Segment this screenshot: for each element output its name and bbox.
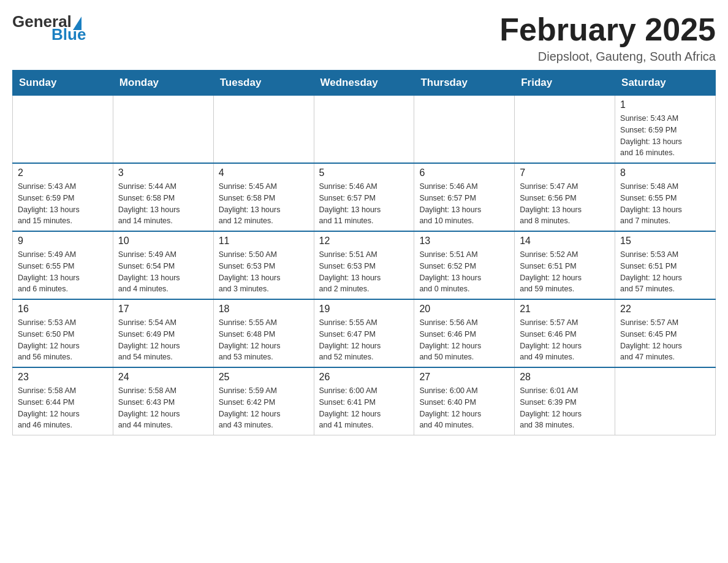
day-info: Sunrise: 5:46 AMSunset: 6:57 PMDaylight:… (419, 181, 509, 227)
logo-blue-text: Blue (50, 25, 86, 44)
day-info: Sunrise: 5:49 AMSunset: 6:54 PMDaylight:… (118, 249, 208, 295)
calendar-cell: 7Sunrise: 5:47 AMSunset: 6:56 PMDaylight… (515, 163, 615, 231)
day-info: Sunrise: 5:51 AMSunset: 6:53 PMDaylight:… (319, 249, 409, 295)
day-number: 19 (319, 304, 409, 315)
calendar-cell: 12Sunrise: 5:51 AMSunset: 6:53 PMDayligh… (314, 231, 414, 299)
calendar-cell: 26Sunrise: 6:00 AMSunset: 6:41 PMDayligh… (314, 367, 414, 435)
month-title: February 2025 (499, 12, 716, 47)
day-number: 23 (18, 372, 108, 383)
day-number: 8 (620, 167, 710, 178)
header-thursday: Thursday (414, 71, 515, 96)
day-number: 28 (520, 372, 610, 383)
calendar-cell: 25Sunrise: 5:59 AMSunset: 6:42 PMDayligh… (213, 367, 314, 435)
calendar-cell: 20Sunrise: 5:56 AMSunset: 6:46 PMDayligh… (414, 299, 515, 367)
day-info: Sunrise: 5:54 AMSunset: 6:49 PMDaylight:… (118, 317, 208, 363)
day-number: 5 (319, 167, 409, 178)
day-number: 2 (18, 167, 108, 178)
calendar-cell: 11Sunrise: 5:50 AMSunset: 6:53 PMDayligh… (213, 231, 314, 299)
day-info: Sunrise: 5:44 AMSunset: 6:58 PMDaylight:… (118, 181, 208, 227)
calendar-header-row: SundayMondayTuesdayWednesdayThursdayFrid… (13, 71, 716, 96)
day-info: Sunrise: 5:43 AMSunset: 6:59 PMDaylight:… (18, 181, 108, 227)
calendar-cell: 4Sunrise: 5:45 AMSunset: 6:58 PMDaylight… (213, 163, 314, 231)
day-info: Sunrise: 6:00 AMSunset: 6:40 PMDaylight:… (419, 385, 509, 431)
header-monday: Monday (113, 71, 213, 96)
day-number: 4 (219, 167, 309, 178)
calendar-cell: 5Sunrise: 5:46 AMSunset: 6:57 PMDaylight… (314, 163, 414, 231)
calendar-cell: 17Sunrise: 5:54 AMSunset: 6:49 PMDayligh… (113, 299, 213, 367)
day-info: Sunrise: 5:51 AMSunset: 6:52 PMDaylight:… (419, 249, 509, 295)
day-number: 9 (18, 236, 108, 247)
day-info: Sunrise: 5:48 AMSunset: 6:55 PMDaylight:… (620, 181, 710, 227)
calendar-cell: 23Sunrise: 5:58 AMSunset: 6:44 PMDayligh… (13, 367, 113, 435)
calendar-cell (314, 96, 414, 164)
calendar-cell: 10Sunrise: 5:49 AMSunset: 6:54 PMDayligh… (113, 231, 213, 299)
calendar-week-row: 9Sunrise: 5:49 AMSunset: 6:55 PMDaylight… (13, 231, 716, 299)
day-info: Sunrise: 5:57 AMSunset: 6:45 PMDaylight:… (620, 317, 710, 363)
calendar-cell: 21Sunrise: 5:57 AMSunset: 6:46 PMDayligh… (515, 299, 615, 367)
day-number: 1 (620, 99, 710, 110)
calendar-week-row: 23Sunrise: 5:58 AMSunset: 6:44 PMDayligh… (13, 367, 716, 435)
header-wednesday: Wednesday (314, 71, 414, 96)
day-number: 20 (419, 304, 509, 315)
calendar-cell: 2Sunrise: 5:43 AMSunset: 6:59 PMDaylight… (13, 163, 113, 231)
day-info: Sunrise: 5:53 AMSunset: 6:50 PMDaylight:… (18, 317, 108, 363)
calendar-week-row: 1Sunrise: 5:43 AMSunset: 6:59 PMDaylight… (13, 96, 716, 164)
day-info: Sunrise: 5:43 AMSunset: 6:59 PMDaylight:… (620, 113, 710, 159)
header-saturday: Saturday (615, 71, 716, 96)
calendar-cell: 13Sunrise: 5:51 AMSunset: 6:52 PMDayligh… (414, 231, 515, 299)
header-sunday: Sunday (13, 71, 113, 96)
calendar-table: SundayMondayTuesdayWednesdayThursdayFrid… (12, 70, 716, 435)
calendar-cell (213, 96, 314, 164)
calendar-cell: 22Sunrise: 5:57 AMSunset: 6:45 PMDayligh… (615, 299, 716, 367)
day-number: 18 (219, 304, 309, 315)
day-number: 26 (319, 372, 409, 383)
header-friday: Friday (515, 71, 615, 96)
calendar-cell: 16Sunrise: 5:53 AMSunset: 6:50 PMDayligh… (13, 299, 113, 367)
day-number: 11 (219, 236, 309, 247)
page-header: General Blue February 2025 Diepsloot, Ga… (12, 12, 716, 64)
calendar-cell (13, 96, 113, 164)
calendar-cell: 28Sunrise: 6:01 AMSunset: 6:39 PMDayligh… (515, 367, 615, 435)
calendar-cell (414, 96, 515, 164)
day-number: 3 (118, 167, 208, 178)
day-number: 12 (319, 236, 409, 247)
calendar-cell: 27Sunrise: 6:00 AMSunset: 6:40 PMDayligh… (414, 367, 515, 435)
day-number: 16 (18, 304, 108, 315)
day-number: 22 (620, 304, 710, 315)
day-info: Sunrise: 5:53 AMSunset: 6:51 PMDaylight:… (620, 249, 710, 295)
calendar-cell: 9Sunrise: 5:49 AMSunset: 6:55 PMDaylight… (13, 231, 113, 299)
calendar-cell (113, 96, 213, 164)
location-text: Diepsloot, Gauteng, South Africa (499, 50, 716, 64)
day-number: 14 (520, 236, 610, 247)
day-number: 24 (118, 372, 208, 383)
day-info: Sunrise: 6:01 AMSunset: 6:39 PMDaylight:… (520, 385, 610, 431)
day-info: Sunrise: 5:58 AMSunset: 6:44 PMDaylight:… (18, 385, 108, 431)
calendar-cell: 24Sunrise: 5:58 AMSunset: 6:43 PMDayligh… (113, 367, 213, 435)
calendar-cell: 1Sunrise: 5:43 AMSunset: 6:59 PMDaylight… (615, 96, 716, 164)
calendar-cell: 3Sunrise: 5:44 AMSunset: 6:58 PMDaylight… (113, 163, 213, 231)
calendar-week-row: 16Sunrise: 5:53 AMSunset: 6:50 PMDayligh… (13, 299, 716, 367)
day-info: Sunrise: 5:55 AMSunset: 6:47 PMDaylight:… (319, 317, 409, 363)
day-info: Sunrise: 5:50 AMSunset: 6:53 PMDaylight:… (219, 249, 309, 295)
day-info: Sunrise: 5:52 AMSunset: 6:51 PMDaylight:… (520, 249, 610, 295)
day-info: Sunrise: 6:00 AMSunset: 6:41 PMDaylight:… (319, 385, 409, 431)
calendar-cell: 6Sunrise: 5:46 AMSunset: 6:57 PMDaylight… (414, 163, 515, 231)
day-info: Sunrise: 5:56 AMSunset: 6:46 PMDaylight:… (419, 317, 509, 363)
day-info: Sunrise: 5:58 AMSunset: 6:43 PMDaylight:… (118, 385, 208, 431)
calendar-cell: 19Sunrise: 5:55 AMSunset: 6:47 PMDayligh… (314, 299, 414, 367)
day-info: Sunrise: 5:55 AMSunset: 6:48 PMDaylight:… (219, 317, 309, 363)
day-number: 25 (219, 372, 309, 383)
day-number: 6 (419, 167, 509, 178)
calendar-cell: 14Sunrise: 5:52 AMSunset: 6:51 PMDayligh… (515, 231, 615, 299)
day-number: 15 (620, 236, 710, 247)
title-section: February 2025 Diepsloot, Gauteng, South … (499, 12, 716, 64)
header-tuesday: Tuesday (213, 71, 314, 96)
day-info: Sunrise: 5:46 AMSunset: 6:57 PMDaylight:… (319, 181, 409, 227)
day-info: Sunrise: 5:57 AMSunset: 6:46 PMDaylight:… (520, 317, 610, 363)
day-info: Sunrise: 5:49 AMSunset: 6:55 PMDaylight:… (18, 249, 108, 295)
day-number: 7 (520, 167, 610, 178)
day-number: 21 (520, 304, 610, 315)
day-number: 17 (118, 304, 208, 315)
calendar-cell: 8Sunrise: 5:48 AMSunset: 6:55 PMDaylight… (615, 163, 716, 231)
calendar-cell (615, 367, 716, 435)
